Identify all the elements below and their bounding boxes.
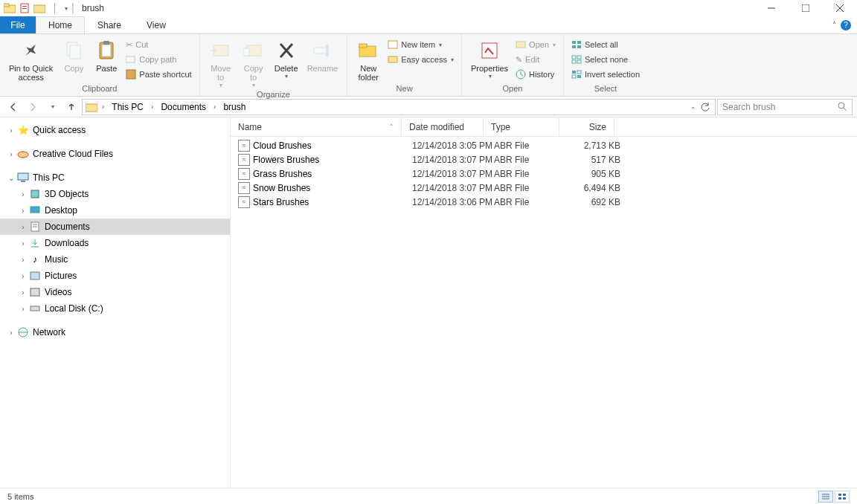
svg-rect-27 [388,56,397,62]
tree-3d-objects[interactable]: ›3D Objects [0,186,230,202]
svg-rect-38 [577,60,581,63]
svg-rect-43 [86,104,97,112]
addr-folder-icon [84,100,99,114]
close-button[interactable] [823,0,857,16]
svg-rect-3 [22,6,27,7]
svg-rect-15 [126,56,135,62]
nav-back-button[interactable] [4,98,22,116]
tab-file[interactable]: File [0,16,36,33]
navigation-pane[interactable]: ›⭐Quick access ›Creative Cloud Files ⌄Th… [0,117,231,488]
pin-to-quick-access-button[interactable]: Pin to Quick access [4,36,57,83]
tab-home[interactable]: Home [36,16,85,33]
pin-icon [19,39,43,62]
addr-seg-documents[interactable]: Documents [156,100,211,114]
tab-view[interactable]: View [134,16,179,33]
properties-button[interactable]: Properties▾ [466,36,513,81]
easy-access-button[interactable]: Easy access▾ [385,52,457,67]
cut-button[interactable]: ✂Cut [123,37,194,52]
folder-open-qat-icon[interactable] [33,1,46,15]
videos-icon [28,286,42,298]
tree-videos[interactable]: ›Videos [0,284,230,300]
select-none-button[interactable]: Select none [568,52,643,67]
paste-shortcut-icon [126,69,136,80]
properties-qat-icon[interactable] [18,1,31,15]
tree-music[interactable]: ›♪Music [0,251,230,268]
copy-to-button[interactable]: Copy to▾ [237,36,270,90]
copy-path-icon [126,55,136,64]
svg-rect-56 [31,288,39,296]
tree-quick-access[interactable]: ›⭐Quick access [0,122,230,138]
table-row[interactable]: ≈Cloud Brushes12/14/2018 3:05 PMABR File… [231,138,857,152]
svg-rect-40 [577,71,581,74]
svg-rect-39 [572,71,576,74]
svg-rect-26 [388,41,397,48]
desktop-icon [28,204,42,216]
edit-button[interactable]: ✎Edit [513,52,559,67]
help-icon[interactable]: ? [841,20,851,30]
table-row[interactable]: ≈Snow Brushes12/14/2018 3:07 PMABR File6… [231,181,857,195]
copy-path-button[interactable]: Copy path [123,52,194,67]
new-folder-button[interactable]: New folder [352,36,385,83]
open-button[interactable]: Open▾ [513,37,559,52]
network-icon [16,326,30,338]
copy-button[interactable]: Copy [57,36,90,74]
tree-pictures[interactable]: ›Pictures [0,268,230,284]
addr-dropdown-icon[interactable]: ⌄ [690,103,696,110]
addr-seg-this-pc[interactable]: This PC [107,100,148,114]
tree-local-disk[interactable]: ›Local Disk (C:) [0,300,230,317]
paste-button[interactable]: Paste [90,36,123,74]
abr-file-icon: ≈ [238,168,250,180]
tree-creative-cloud[interactable]: ›Creative Cloud Files [0,146,230,162]
collapse-ribbon-icon[interactable]: ˄ [832,21,836,29]
column-type-header[interactable]: Type [484,117,559,136]
objects3d-icon [28,188,42,200]
nav-forward-button[interactable] [24,98,42,116]
search-input[interactable]: Search brush [717,99,853,115]
svg-rect-48 [21,181,25,182]
invert-selection-icon [571,70,582,79]
nav-recent-dropdown[interactable]: ▾ [43,98,61,116]
column-name-header[interactable]: Name˄ [231,117,402,136]
invert-selection-button[interactable]: Invert selection [568,67,643,82]
new-item-icon [388,40,398,49]
qat-separator: │ [52,3,58,13]
qat-dropdown-icon[interactable]: ▾ [65,5,68,12]
new-item-button[interactable]: New item▾ [385,37,457,52]
tree-this-pc[interactable]: ⌄This PC [0,169,230,186]
addr-seg-brush[interactable]: brush [219,100,250,114]
tree-network[interactable]: ›Network [0,324,230,340]
svg-rect-4 [22,8,27,9]
column-size-header[interactable]: Size [559,117,614,136]
tree-downloads[interactable]: ›Downloads [0,235,230,251]
table-row[interactable]: ≈Stars Brushes12/14/2018 3:06 PMABR File… [231,195,857,209]
paste-shortcut-button[interactable]: Paste shortcut [123,67,194,82]
table-row[interactable]: ≈Grass Brushes12/14/2018 3:07 PMABR File… [231,167,857,181]
properties-icon [478,39,501,62]
view-large-icons-button[interactable] [835,491,850,503]
rename-button[interactable]: Rename [303,36,343,74]
maximize-button[interactable] [789,0,823,16]
minimize-button[interactable] [754,0,789,16]
group-open-label: Open [466,84,559,96]
address-bar[interactable]: › This PC › Documents › brush ⌄ [82,99,716,115]
table-row[interactable]: ≈Flowers Brushes12/14/2018 3:07 PMABR Fi… [231,152,857,167]
nav-up-button[interactable] [62,98,80,116]
star-icon: ⭐ [16,124,30,136]
file-list[interactable]: ≈Cloud Brushes12/14/2018 3:05 PMABR File… [231,137,857,209]
refresh-icon[interactable] [700,102,710,112]
move-to-button[interactable]: Move to▾ [205,36,237,90]
svg-point-46 [18,152,28,158]
svg-rect-35 [572,56,576,59]
tab-share[interactable]: Share [85,16,134,33]
tree-documents[interactable]: ›Documents [0,219,230,235]
column-date-header[interactable]: Date modified [402,117,484,136]
svg-rect-36 [577,56,581,59]
svg-rect-29 [516,42,525,48]
tree-desktop[interactable]: ›Desktop [0,202,230,219]
delete-button[interactable]: Delete▾ [270,36,303,81]
group-clipboard-label: Clipboard [4,84,195,96]
rename-icon [310,39,334,62]
history-button[interactable]: History [513,67,559,82]
select-all-button[interactable]: Select all [568,37,643,52]
view-details-button[interactable] [818,491,833,503]
